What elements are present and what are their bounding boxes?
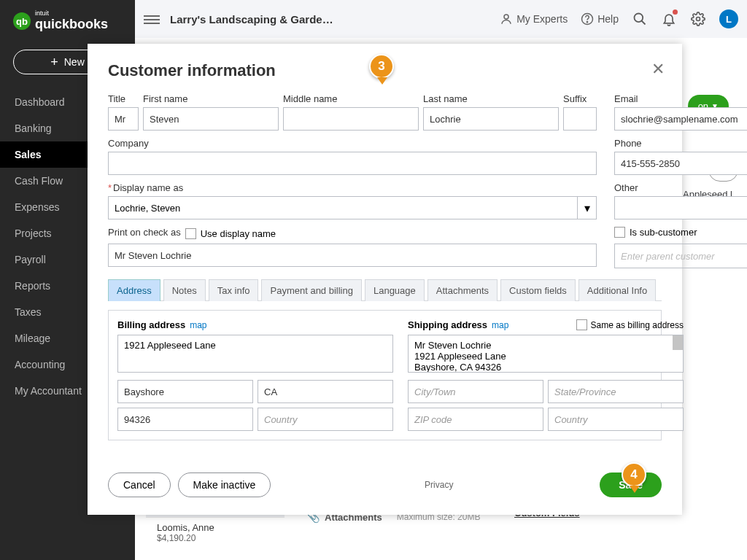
tab-additional[interactable]: Additional Info bbox=[578, 279, 656, 301]
topbar: Larry's Landscaping & Garde… My Experts … bbox=[135, 0, 747, 38]
phone-input[interactable] bbox=[614, 152, 747, 175]
shipping-address-label: Shipping address bbox=[408, 319, 487, 330]
displayname-select[interactable]: Lochrie, Steven bbox=[108, 196, 578, 219]
svg-point-4 bbox=[697, 18, 700, 21]
middlename-input[interactable] bbox=[283, 107, 419, 131]
hamburger-icon[interactable] bbox=[144, 13, 160, 25]
shipping-state-input[interactable] bbox=[548, 380, 684, 403]
help-link[interactable]: Help bbox=[581, 12, 619, 26]
company-input[interactable] bbox=[108, 152, 597, 175]
billing-city-input[interactable] bbox=[117, 380, 253, 403]
svg-point-2 bbox=[587, 22, 588, 23]
title-label: Title bbox=[108, 93, 139, 104]
suffix-label: Suffix bbox=[563, 93, 597, 104]
billing-street-input[interactable] bbox=[117, 335, 393, 373]
use-displayname-label: Use display name bbox=[201, 228, 276, 239]
avatar[interactable]: L bbox=[719, 9, 738, 28]
privacy-link[interactable]: Privacy bbox=[425, 480, 453, 490]
shipping-street-input[interactable] bbox=[408, 335, 684, 373]
svg-point-0 bbox=[504, 15, 508, 19]
subcustomer-label: Is sub-customer bbox=[630, 227, 697, 238]
svg-point-3 bbox=[635, 14, 643, 23]
logo: qb intuit quickbooks bbox=[0, 0, 135, 42]
make-inactive-button[interactable]: Make inactive bbox=[178, 472, 271, 497]
billing-state-input[interactable] bbox=[258, 380, 393, 403]
lastname-label: Last name bbox=[423, 93, 559, 104]
scrollbar-thumb[interactable] bbox=[673, 335, 683, 350]
callout-4: 4 bbox=[622, 462, 648, 494]
tab-taxinfo[interactable]: Tax info bbox=[209, 279, 259, 301]
printcheck-label: Print on check as bbox=[108, 227, 181, 238]
cancel-button[interactable]: Cancel bbox=[108, 472, 171, 497]
other-input[interactable] bbox=[614, 196, 747, 219]
email-input[interactable] bbox=[614, 107, 747, 131]
help-icon bbox=[581, 12, 594, 26]
chevron-down-icon[interactable]: ▾ bbox=[578, 196, 597, 219]
title-input[interactable] bbox=[108, 107, 139, 131]
tab-address[interactable]: Address bbox=[108, 279, 160, 301]
callout-3: 3 bbox=[369, 54, 395, 86]
shipping-zip-input[interactable] bbox=[408, 408, 543, 431]
settings-icon[interactable] bbox=[690, 11, 706, 27]
logo-text: intuit quickbooks bbox=[35, 10, 108, 32]
subcustomer-checkbox[interactable] bbox=[614, 227, 625, 238]
same-as-billing-checkbox[interactable] bbox=[576, 319, 587, 330]
tabs: Address Notes Tax info Payment and billi… bbox=[108, 279, 662, 301]
billing-address-label: Billing address bbox=[117, 319, 185, 330]
my-experts-link[interactable]: My Experts bbox=[500, 12, 568, 26]
parent-customer-select[interactable]: Enter parent customer ▾ bbox=[614, 244, 747, 268]
billing-map-link[interactable]: map bbox=[190, 320, 206, 330]
shipping-map-link[interactable]: map bbox=[492, 320, 508, 330]
suffix-input[interactable] bbox=[563, 107, 597, 131]
logo-icon: qb bbox=[13, 12, 31, 30]
email-label: Email bbox=[614, 93, 747, 104]
plus-icon: + bbox=[50, 57, 58, 67]
tab-payment[interactable]: Payment and billing bbox=[261, 279, 361, 301]
firstname-label: First name bbox=[143, 93, 279, 104]
notifications-icon[interactable] bbox=[661, 11, 677, 27]
person-icon bbox=[500, 12, 513, 26]
billing-country-input[interactable] bbox=[258, 408, 393, 431]
firstname-input[interactable] bbox=[143, 107, 279, 131]
shipping-city-input[interactable] bbox=[408, 380, 543, 403]
shipping-country-input[interactable] bbox=[548, 408, 684, 431]
search-icon[interactable] bbox=[632, 11, 648, 27]
lastname-input[interactable] bbox=[423, 107, 559, 131]
customer-info-modal: Customer information ✕ Title First name … bbox=[88, 44, 682, 515]
printcheck-input[interactable] bbox=[108, 244, 597, 267]
use-displayname-checkbox[interactable] bbox=[185, 228, 196, 239]
tab-attachments[interactable]: Attachments bbox=[427, 279, 498, 301]
tab-notes[interactable]: Notes bbox=[163, 279, 206, 301]
tab-customfields[interactable]: Custom fields bbox=[500, 279, 576, 301]
address-panel: Billing address map Shipping address map… bbox=[108, 310, 662, 440]
list-item[interactable]: Loomis, Anne $4,190.20 bbox=[146, 517, 285, 548]
displayname-label: *Display name as bbox=[108, 182, 597, 193]
close-icon[interactable]: ✕ bbox=[651, 60, 665, 79]
billing-zip-input[interactable] bbox=[117, 408, 253, 431]
phone-label: Phone bbox=[614, 138, 747, 149]
company-name[interactable]: Larry's Landscaping & Garde… bbox=[170, 13, 333, 26]
other-label: Other bbox=[614, 182, 747, 193]
middlename-label: Middle name bbox=[283, 93, 419, 104]
tab-language[interactable]: Language bbox=[365, 279, 425, 301]
company-label: Company bbox=[108, 138, 597, 149]
same-as-billing-label: Same as billing address bbox=[591, 320, 684, 330]
